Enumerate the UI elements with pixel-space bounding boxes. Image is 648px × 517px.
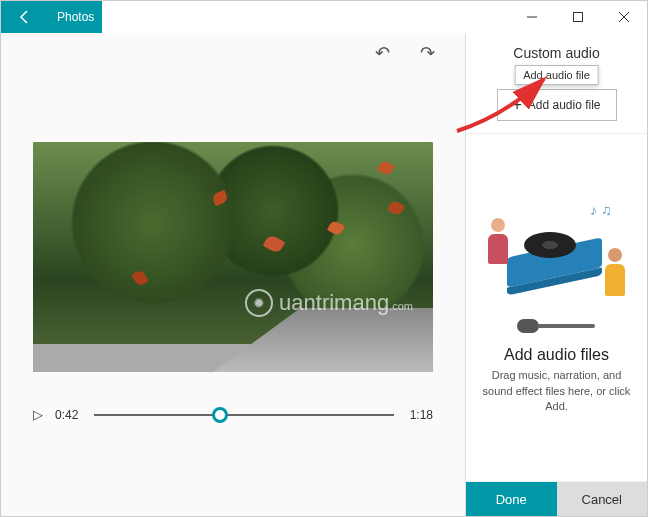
audio-illustration: ♪ ♫	[482, 200, 632, 330]
add-audio-file-button[interactable]: + Add audio file	[497, 89, 617, 121]
current-time: 0:42	[55, 408, 78, 422]
sidebar-heading: Custom audio	[476, 45, 637, 61]
back-button[interactable]	[1, 1, 49, 33]
add-audio-label: Add audio file	[528, 98, 601, 112]
sidebar-footer: Done Cancel	[466, 481, 647, 516]
minimize-button[interactable]	[509, 1, 555, 33]
plus-icon: +	[512, 96, 521, 114]
maximize-button[interactable]	[555, 1, 601, 33]
seek-bar[interactable]	[94, 414, 393, 416]
empty-state-description: Drag music, narration, and sound effect …	[478, 368, 635, 414]
play-button[interactable]: ▷	[33, 407, 43, 422]
audio-drop-zone[interactable]: ♪ ♫ Add audio files Drag music, narratio…	[466, 134, 647, 481]
add-audio-tooltip: Add audio file	[514, 65, 599, 85]
close-button[interactable]	[601, 1, 647, 33]
empty-state-title: Add audio files	[504, 346, 609, 364]
total-time: 1:18	[410, 408, 433, 422]
audio-sidebar: Custom audio Add audio file + Add audio …	[465, 33, 647, 516]
cancel-button[interactable]: Cancel	[557, 482, 648, 516]
main-panel: ↶ ↷ ✹ uantrimang.com ▷ 0:42 1:18	[1, 33, 465, 516]
undo-button[interactable]: ↶	[375, 42, 390, 64]
done-button[interactable]: Done	[466, 482, 557, 516]
window-controls	[509, 1, 647, 33]
title-bar: Photos	[1, 1, 647, 33]
seek-thumb[interactable]	[212, 407, 228, 423]
playback-controls: ▷ 0:42 1:18	[33, 372, 433, 447]
video-preview[interactable]: ✹ uantrimang.com	[33, 142, 433, 372]
redo-button[interactable]: ↷	[420, 42, 435, 64]
edit-toolbar: ↶ ↷	[1, 33, 465, 73]
watermark: ✹ uantrimang.com	[245, 289, 413, 317]
svg-rect-1	[574, 13, 583, 22]
app-title: Photos	[49, 1, 102, 33]
